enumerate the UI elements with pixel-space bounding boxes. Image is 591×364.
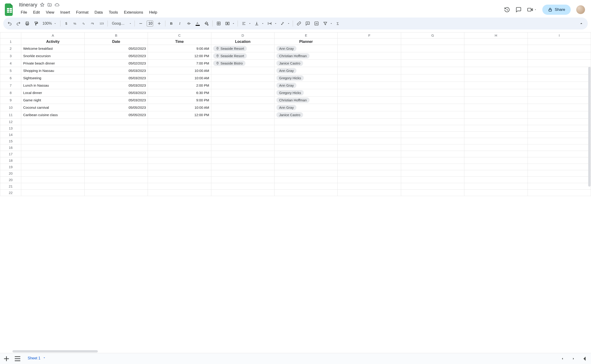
row-header[interactable]: 19 [0, 164, 21, 170]
cell[interactable] [401, 144, 464, 151]
row-header[interactable]: 4 [0, 60, 21, 67]
cell-planner[interactable]: Ann Gray [275, 104, 338, 111]
cell[interactable] [148, 119, 211, 125]
sheet-tab-menu-icon[interactable] [43, 356, 46, 360]
cell[interactable] [464, 164, 528, 170]
cell[interactable] [338, 45, 401, 52]
cell[interactable] [275, 125, 338, 131]
cell[interactable] [211, 151, 274, 157]
cell-location[interactable] [211, 97, 274, 104]
row-header[interactable]: 1 [0, 39, 21, 45]
cell[interactable] [148, 125, 211, 131]
more-formats-button[interactable]: 123 [97, 19, 106, 28]
cell[interactable] [464, 89, 528, 97]
cell[interactable] [338, 138, 401, 144]
cell[interactable] [528, 138, 591, 144]
cell[interactable] [528, 89, 591, 97]
cell[interactable] [275, 138, 338, 144]
cell-time[interactable]: 6:30 PM [148, 89, 211, 97]
cell-planner[interactable]: Janice Castro [275, 111, 338, 119]
cell[interactable] [464, 45, 528, 52]
row-header[interactable]: 5 [0, 67, 21, 74]
cell[interactable] [21, 151, 84, 157]
cell[interactable] [528, 111, 591, 119]
row-header[interactable]: 9 [0, 97, 21, 104]
cell-time[interactable]: 9:00 AM [148, 45, 211, 52]
cell[interactable] [275, 190, 338, 196]
zoom-select[interactable]: 100% [40, 21, 58, 26]
menu-view[interactable]: View [43, 9, 57, 16]
cell[interactable] [21, 125, 84, 131]
cell[interactable] [211, 170, 274, 177]
cell-date[interactable]: 05/03/2023 [84, 74, 148, 82]
cell[interactable] [211, 190, 274, 196]
filter-button[interactable] [321, 19, 334, 28]
cell[interactable] [275, 131, 338, 138]
cell-date[interactable]: 05/02/2023 [84, 60, 148, 67]
cell-planner[interactable]: Christian Hoffman [275, 52, 338, 60]
cell-activity[interactable]: Lunch in Nassau [21, 82, 84, 89]
row-header[interactable]: 16 [0, 144, 21, 151]
row-header[interactable]: 22 [0, 190, 21, 196]
cell[interactable] [401, 74, 464, 82]
cell-location[interactable] [211, 104, 274, 111]
row-header[interactable]: 3 [0, 52, 21, 60]
cell[interactable] [148, 190, 211, 196]
cell-activity[interactable]: Local dinner [21, 89, 84, 97]
cell[interactable] [211, 164, 274, 170]
col-header-F[interactable]: F [338, 32, 401, 39]
cell[interactable] [528, 170, 591, 177]
cell[interactable] [338, 111, 401, 119]
cell[interactable] [464, 125, 528, 131]
menu-help[interactable]: Help [146, 9, 160, 16]
cell-date[interactable]: 05/02/2023 [84, 45, 148, 52]
cell[interactable] [21, 183, 84, 190]
cell[interactable] [84, 170, 148, 177]
cell[interactable] [401, 82, 464, 89]
cell[interactable] [528, 39, 591, 45]
italic-button[interactable]: I [176, 19, 184, 28]
cell[interactable] [401, 131, 464, 138]
collapse-toolbar-button[interactable] [577, 19, 585, 28]
header-cell[interactable]: Location [211, 39, 274, 45]
cell[interactable] [401, 157, 464, 164]
cell[interactable] [148, 131, 211, 138]
explore-button[interactable] [580, 355, 589, 363]
cell[interactable] [148, 144, 211, 151]
cell-activity[interactable]: Sightseeing [21, 74, 84, 82]
cell[interactable] [401, 52, 464, 60]
font-size-input[interactable]: 10 [147, 20, 153, 26]
cell[interactable] [528, 119, 591, 125]
cell[interactable] [401, 164, 464, 170]
sheet-tab[interactable]: Sheet 1 [24, 354, 49, 363]
menu-insert[interactable]: Insert [57, 9, 73, 16]
cell[interactable] [275, 157, 338, 164]
cell[interactable] [528, 60, 591, 67]
cell[interactable] [148, 164, 211, 170]
cell-location[interactable] [211, 67, 274, 74]
cell[interactable] [148, 151, 211, 157]
menu-extensions[interactable]: Extensions [121, 9, 146, 16]
cell[interactable] [401, 138, 464, 144]
cell[interactable] [211, 131, 274, 138]
col-header-E[interactable]: E [275, 32, 338, 39]
col-header-G[interactable]: G [401, 32, 464, 39]
cell[interactable] [338, 39, 401, 45]
select-all-cell[interactable] [0, 32, 21, 39]
cell-time[interactable]: 10:00 AM [148, 67, 211, 74]
cell[interactable] [464, 104, 528, 111]
cell[interactable] [464, 52, 528, 60]
cell-location[interactable] [211, 89, 274, 97]
cell[interactable] [338, 131, 401, 138]
cell-time[interactable]: 9:00 PM [148, 97, 211, 104]
cell-time[interactable]: 2:00 PM [148, 82, 211, 89]
menu-format[interactable]: Format [73, 9, 91, 16]
cell[interactable] [84, 125, 148, 131]
row-header[interactable]: 8 [0, 89, 21, 97]
cell[interactable] [148, 157, 211, 164]
row-header[interactable]: 20 [0, 170, 21, 177]
spreadsheet-grid[interactable]: ABCDEFGHI 1ActivityDateTimeLocationPlann… [0, 32, 591, 196]
cell[interactable] [338, 97, 401, 104]
insert-chart-button[interactable] [312, 19, 321, 28]
cell-time[interactable]: 12:00 PM [148, 111, 211, 119]
